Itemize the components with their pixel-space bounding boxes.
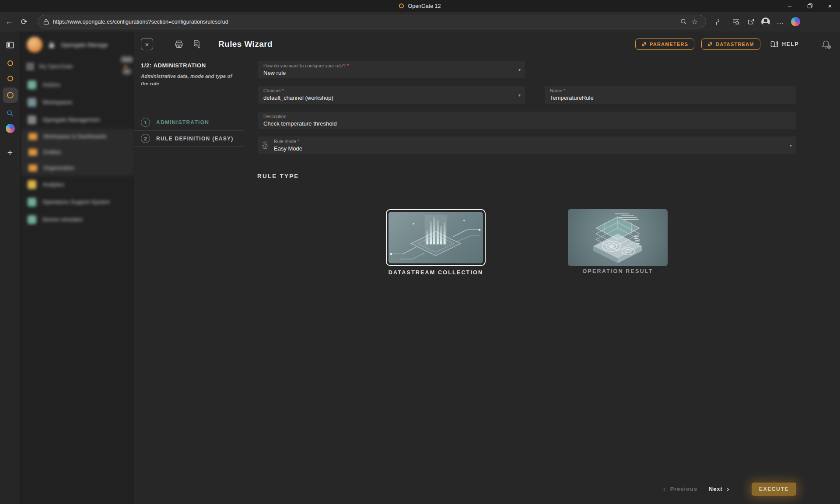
sidebar-section-row[interactable]: My OpenGate ★ xyxy=(21,57,134,76)
sidebar-app-title: Opengate Manage xyxy=(61,42,119,48)
share-icon[interactable] xyxy=(744,15,757,28)
screen: OpenGate 12 – × ← ⟳ https://www.opengate… xyxy=(0,0,840,504)
configure-value: New rule xyxy=(263,70,520,76)
simulator-icon xyxy=(28,215,36,224)
restore-button[interactable] xyxy=(800,0,820,12)
parameters-label: PARAMETERS xyxy=(650,42,688,47)
step-number: 1 xyxy=(141,118,150,127)
name-label: Name* xyxy=(550,88,791,93)
sidebar-item-label: Operations Support System xyxy=(42,199,110,205)
user-avatar[interactable] xyxy=(27,37,42,52)
next-button[interactable]: Next › xyxy=(709,485,730,494)
minimize-button[interactable]: – xyxy=(780,0,800,12)
rail-divider xyxy=(4,142,16,142)
diagonal-arrows-icon xyxy=(707,42,713,47)
rule-mode-select[interactable]: Rule mode* Easy Mode ▾ xyxy=(258,136,796,154)
parameters-button[interactable]: PARAMETERS xyxy=(635,38,694,50)
opengate-favicon-icon xyxy=(399,4,404,8)
step-label: RULE DEFINITION (EASY) xyxy=(156,136,234,142)
rule-type-card-datastream-collection[interactable] xyxy=(386,209,486,266)
refresh-button[interactable]: ⟳ xyxy=(17,14,32,29)
sidebar-item-workspace-dashboards[interactable]: Workspace & Dashboards xyxy=(21,129,134,144)
sidebar-item-opengate-management[interactable]: Opengate Management xyxy=(21,111,134,129)
wizard-step-nav: 1/2: ADMINISTRATION Administrative data,… xyxy=(134,57,244,463)
profile-avatar[interactable] xyxy=(759,15,772,28)
rule-mode-value: Easy Mode xyxy=(274,145,791,152)
favorite-star-icon[interactable]: ☆ xyxy=(689,16,700,28)
datastream-collection-image xyxy=(388,212,483,263)
print-button[interactable] xyxy=(172,37,186,51)
favorites-bar-icon[interactable] xyxy=(729,15,742,28)
export-document-button[interactable] xyxy=(189,37,203,51)
page-title: Rules Wizard xyxy=(218,39,273,49)
browser-essentials-icon[interactable] xyxy=(710,15,723,28)
vertical-tab-rail: + xyxy=(0,32,21,504)
search-icon[interactable] xyxy=(678,16,689,28)
tab-panel-toggle-icon[interactable] xyxy=(6,41,14,49)
datastream-label: DATASTREAM xyxy=(716,42,754,47)
execute-button[interactable]: EXECUTE xyxy=(752,483,796,496)
toolbar-separator xyxy=(726,18,726,26)
sidebar-item-label: Organization xyxy=(43,165,74,171)
sidebar-item-entities[interactable]: Entities xyxy=(21,144,134,160)
channel-label: Channel* xyxy=(263,88,520,93)
organization-icon xyxy=(28,164,37,172)
svg-text:?: ? xyxy=(776,42,778,45)
step-rule-definition[interactable]: 2 RULE DEFINITION (EASY) xyxy=(134,130,244,147)
step-administration[interactable]: 1 ADMINISTRATION xyxy=(134,114,244,130)
description-input[interactable]: Description Check temperature threshold xyxy=(258,112,796,129)
sidebar-item-label: Analytics xyxy=(42,182,64,188)
address-bar[interactable]: https://www.opengate.es/configurations?s… xyxy=(38,15,706,28)
description-label: Description xyxy=(263,114,791,119)
channel-value: default_channel (workshop) xyxy=(263,94,520,101)
chevron-down-icon: ▾ xyxy=(518,67,521,72)
close-window-button[interactable]: × xyxy=(820,0,840,12)
previous-button[interactable]: ‹ Previous xyxy=(663,485,697,494)
tab-opengate-2[interactable] xyxy=(7,76,13,81)
rail-search-icon[interactable] xyxy=(7,110,14,117)
tab-opengate-1[interactable] xyxy=(7,60,13,66)
analytics-icon xyxy=(28,180,36,189)
wizard-progress: 1/2: ADMINISTRATION xyxy=(141,62,244,69)
workspaces-icon xyxy=(28,98,36,107)
book-help-icon: ? xyxy=(770,41,779,48)
sidebar-item-oss[interactable]: Operations Support System xyxy=(21,193,134,211)
more-menu-icon[interactable]: … xyxy=(774,15,787,28)
copilot-icon[interactable] xyxy=(789,15,802,28)
new-tab-button[interactable]: + xyxy=(7,147,13,158)
tab-opengate-active[interactable] xyxy=(3,88,18,103)
dashboards-icon xyxy=(28,133,37,140)
sidebar-item-label: Workspace & Dashboards xyxy=(43,133,107,140)
rule-type-heading: RULE TYPE xyxy=(257,173,299,179)
step-number: 2 xyxy=(141,134,150,143)
app-content: + Opengate Manage My OpenGate ★ xyxy=(0,32,840,504)
blurred-content xyxy=(123,69,131,74)
sidebar-header: Opengate Manage xyxy=(21,32,134,57)
operation-result-image xyxy=(568,209,668,266)
notification-settings-button[interactable] xyxy=(819,38,832,50)
help-label: HELP xyxy=(782,41,799,47)
sidebar-item-workspaces[interactable]: Workspaces xyxy=(21,94,134,111)
wizard-form: How do you want to configure your rule?*… xyxy=(244,57,840,504)
datastream-button[interactable]: DATASTREAM xyxy=(701,38,760,50)
sidebar-item-organization[interactable]: Organization xyxy=(21,160,134,176)
back-button[interactable]: ← xyxy=(2,14,17,29)
header-separator xyxy=(163,39,163,49)
required-mark: * xyxy=(298,139,299,144)
wizard-footer: ‹ Previous Next › EXECUTE xyxy=(663,482,796,497)
name-input[interactable]: Name* TemperatureRule xyxy=(545,86,796,104)
sidebar-item-analytics[interactable]: Analytics xyxy=(21,176,134,193)
configure-select[interactable]: How do you want to configure your rule?*… xyxy=(258,61,525,78)
step-label: ADMINISTRATION xyxy=(156,119,209,126)
sidebar-item-actions[interactable]: Actions xyxy=(21,76,134,94)
channel-select[interactable]: Channel* default_channel (workshop) ▾ xyxy=(258,86,525,104)
browser-titlebar: OpenGate 12 – × xyxy=(0,0,840,12)
help-button[interactable]: ? HELP xyxy=(770,41,799,48)
rail-copilot-icon[interactable] xyxy=(6,124,15,133)
sidebar-item-label: Opengate Management xyxy=(42,117,100,123)
wizard-close-button[interactable]: × xyxy=(141,38,153,50)
browser-toolbar: ← ⟳ https://www.opengate.es/configuratio… xyxy=(0,12,840,32)
blurred-content xyxy=(121,57,133,62)
rule-type-card-operation-result[interactable] xyxy=(568,209,668,266)
sidebar-item-device-simulator[interactable]: Device simulator xyxy=(21,211,134,228)
